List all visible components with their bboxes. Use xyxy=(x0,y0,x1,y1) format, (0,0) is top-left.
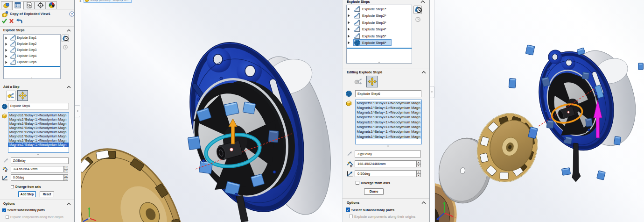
svg-text:D: D xyxy=(350,165,352,168)
svg-text:?: ? xyxy=(71,12,73,16)
svg-text:x: x xyxy=(455,216,456,219)
svg-text:D: D xyxy=(5,170,7,172)
